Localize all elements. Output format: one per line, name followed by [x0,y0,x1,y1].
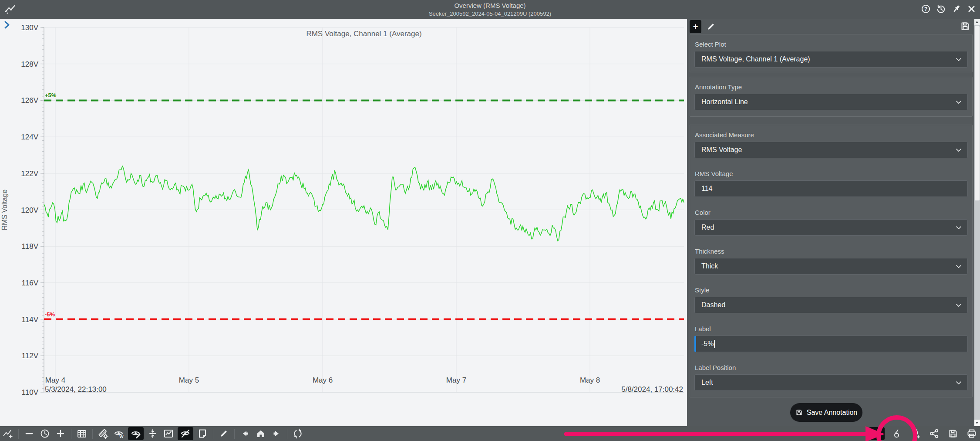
toolbar-chart-box-button [162,427,175,440]
field-value: Red [701,224,714,231]
voltage-chart[interactable]: 130V128V126V124V122V120V118V116V114V112V… [0,19,687,426]
select-annotation-type[interactable]: Horizontal Line [694,94,968,110]
field-label-thickness: Thickness [695,248,968,255]
toolbar-measure-settings-button[interactable] [97,427,110,440]
panel-scrollbar[interactable] [974,19,980,426]
field-label-label-position: Label Position [695,364,968,371]
view-waveform-icon: W [114,428,124,439]
chart-box-icon [163,428,174,439]
svg-text:May 7: May 7 [446,376,466,384]
toolbar-zoom-in-button[interactable] [54,427,67,440]
field-value: Dashed [701,301,725,309]
svg-text:128V: 128V [21,60,38,68]
scroll-up-arrow[interactable] [974,19,980,25]
window-subtitle: Seeker_200592_2024-05-04_021209U (200592… [0,10,980,17]
nav-forward-icon [271,428,282,439]
input-label[interactable]: -5% [694,336,968,352]
toolbar-separator [71,429,71,439]
svg-text:126V: 126V [21,96,38,105]
toolbar-note-button[interactable] [196,427,209,440]
svg-text:114V: 114V [22,315,39,324]
hide-series-icon [180,428,191,439]
field-value: Horizontal Line [701,98,748,106]
select-thickness[interactable]: Thick [694,258,968,275]
top-bar: Overview (RMS Voltage) Seeker_200592_202… [0,0,980,19]
pin-icon[interactable] [951,4,961,14]
input-rms-voltage[interactable]: 114 [694,180,968,197]
svg-text:May 8: May 8 [580,376,600,384]
save-annotation-button[interactable]: Save Annotation [790,403,862,422]
chart-toolbar: W [0,426,980,441]
help-icon[interactable]: ? [921,4,931,14]
measure-settings-icon [98,428,108,439]
svg-text:110V: 110V [22,388,39,397]
toolbar-time-range-button[interactable] [38,427,51,440]
pencil-icon [872,428,882,439]
chevron-right-icon[interactable] [2,20,12,30]
toolbar-nav-back-button [239,427,252,440]
svg-text:?: ? [924,6,928,12]
share-icon [929,428,940,439]
field-value: RMS Voltage [701,146,742,154]
toolbar-right-group [869,426,978,441]
toolbar-separator [213,429,213,439]
toolbar-view-waveform-button[interactable]: W [112,427,125,440]
select-associated-measure[interactable]: RMS Voltage [694,142,968,158]
toolbar-chart-add-button[interactable] [1,427,14,440]
toolbar-nav-forward-button [270,427,283,440]
scroll-down-arrow[interactable] [974,420,980,426]
chevron-down-icon [954,262,963,271]
toolbar-pencil-button[interactable] [869,427,885,440]
select-style[interactable]: Dashed [694,297,968,313]
svg-text:5/8/2024, 17:00:42: 5/8/2024, 17:00:42 [621,385,683,394]
history-icon[interactable] [936,4,946,14]
select-color[interactable]: Red [694,219,968,236]
chart-region: 130V128V126V124V122V120V118V116V114V112V… [0,19,687,426]
zoom-out-icon [24,428,34,439]
save-icon [948,428,958,439]
collapse-vertical-icon [148,428,158,439]
add-annotation-button[interactable]: + [690,20,701,33]
annotation-type-group: Annotation TypeHorizontal Line [690,77,973,117]
field-value: Left [701,379,713,387]
field-label-color: Color [695,209,968,216]
svg-text:+5%: +5% [45,92,57,98]
freehand-icon [892,428,902,439]
svg-text:May 5: May 5 [179,376,199,384]
chevron-down-icon [954,301,963,310]
toolbar-separator [18,429,19,439]
pencil-icon[interactable] [706,21,716,32]
toolbar-hide-series-button[interactable] [178,427,193,440]
chevron-down-icon [954,55,963,64]
toolbar-collapse-vertical-button[interactable] [146,427,159,440]
save-icon[interactable] [960,21,970,31]
field-label-annotation-type: Annotation Type [695,83,968,91]
toolbar-separator [234,429,235,439]
svg-text:116V: 116V [22,279,39,287]
toolbar-data-table-button [75,427,88,440]
toolbar-pencil-button[interactable] [217,427,230,440]
toolbar-separator [287,429,287,439]
select-plot-group: Select PlotRMS Voltage, Channel 1 (Avera… [690,34,973,72]
nav-back-icon [240,428,250,439]
select-select-plot[interactable]: RMS Voltage, Channel 1 (Average) [694,51,968,68]
toolbar-view-edit-button[interactable] [128,427,144,440]
svg-text:122V: 122V [21,170,38,178]
toolbar-zoom-out-button[interactable] [23,427,36,440]
toolbar-refresh-button[interactable] [291,427,304,440]
svg-text:120V: 120V [21,206,38,214]
select-label-position[interactable]: Left [694,374,968,391]
toolbar-separator [92,429,93,439]
field-label-label: Label [695,325,968,332]
chevron-down-icon [954,379,963,387]
plug-add-icon [910,428,921,439]
annotation-properties-group: Associated MeasureRMS VoltageRMS Voltage… [690,125,973,397]
toolbar-freehand-button[interactable] [890,427,903,440]
close-icon[interactable] [967,4,977,14]
refresh-icon [293,428,303,439]
field-value: RMS Voltage, Channel 1 (Average) [701,55,810,63]
scrollbar-thumb[interactable] [975,26,980,200]
svg-text:124V: 124V [21,133,38,141]
svg-text:W: W [120,434,124,439]
zoom-in-icon [55,428,66,439]
